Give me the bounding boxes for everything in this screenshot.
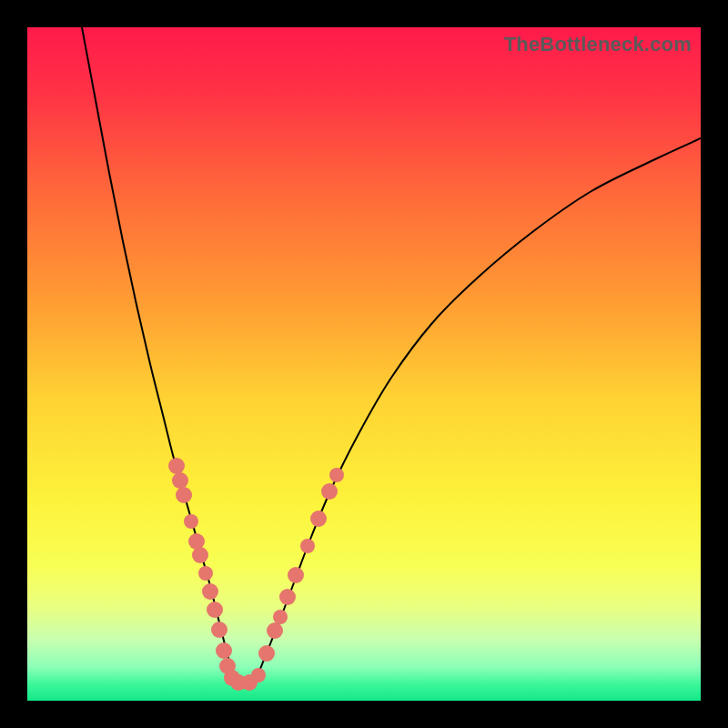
data-point <box>176 487 192 503</box>
data-point <box>273 610 288 624</box>
data-point <box>172 472 188 489</box>
data-point <box>184 514 198 529</box>
data-point <box>329 468 344 482</box>
chart-frame: TheBottleneck.com <box>0 0 728 728</box>
data-point <box>300 539 315 553</box>
data-point <box>216 642 232 659</box>
data-point <box>202 583 218 600</box>
curve-group <box>82 27 701 682</box>
data-point <box>168 458 185 474</box>
data-point <box>258 645 275 662</box>
data-point <box>267 622 283 639</box>
plot-area: TheBottleneck.com <box>27 27 701 701</box>
marker-group <box>168 458 344 691</box>
data-point <box>198 566 213 581</box>
curve-right-branch <box>255 138 701 682</box>
data-point <box>251 668 266 682</box>
data-point <box>321 483 338 500</box>
data-point <box>207 602 223 618</box>
data-point <box>192 547 208 563</box>
data-point <box>279 589 296 605</box>
data-point <box>310 511 327 527</box>
data-point <box>211 622 228 638</box>
data-point <box>288 567 304 583</box>
chart-svg <box>27 27 701 701</box>
